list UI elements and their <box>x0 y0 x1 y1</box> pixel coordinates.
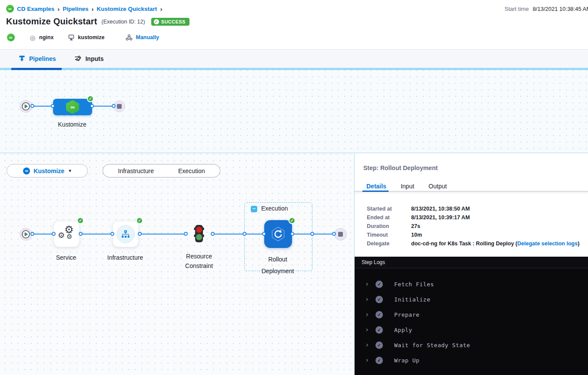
graph-edge <box>92 106 114 107</box>
graph-edge <box>139 234 186 234</box>
stage-selector-dropdown[interactable]: ∞ Kustomize ▾ <box>7 164 88 177</box>
step-details-list: Started at 8/13/2021, 10:38:50 AM Ended … <box>367 204 579 248</box>
breadcrumb-pipelines[interactable]: Pipelines <box>63 6 88 12</box>
trigger-manually-link[interactable]: Manually <box>136 34 159 40</box>
step-logs-panel: Step Logs › ✓ Fetch Files › ✓ Initialize… <box>355 257 588 375</box>
graph-edge <box>80 234 113 234</box>
step-label-service: Service <box>40 254 92 261</box>
chevron-down-icon: ▾ <box>69 168 71 174</box>
breadcrumb-cd-examples[interactable]: CD Examples <box>17 6 54 12</box>
title-row: Kustomize Quickstart (Execution ID: 12) … <box>6 17 189 27</box>
chevron-right-icon[interactable]: › <box>365 296 370 303</box>
view-toggle-infrastructure[interactable]: Infrastructure <box>118 167 154 174</box>
step-details-panel: Step: Rollout Deployment Details Input O… <box>354 153 588 375</box>
play-icon <box>22 230 30 238</box>
graph-edge <box>32 234 54 234</box>
tab-pipelines[interactable]: Pipelines <box>19 55 56 63</box>
detail-row-delegate: Delegate doc-cd-ng for K8s Task : Rollin… <box>367 239 579 248</box>
success-check-icon: ✓ <box>154 19 159 24</box>
step-node-service[interactable]: ⚙ ⚙ ⚙ <box>53 221 80 247</box>
execution-end-node[interactable] <box>334 228 347 241</box>
top-tabbar: Pipelines Inputs <box>0 49 588 68</box>
stage-selector-label: Kustomize <box>33 167 64 174</box>
tab-details[interactable]: Details <box>366 183 386 190</box>
edge-connector-dot <box>138 232 142 236</box>
pipeline-graph-canvas[interactable]: ∞ ✓ Kustomize <box>0 70 588 153</box>
edge-connector-dot <box>112 104 116 108</box>
rollout-refresh-icon <box>269 225 287 243</box>
tab-input[interactable]: Input <box>401 183 414 190</box>
breadcrumb-separator-icon: › <box>57 5 60 13</box>
view-toggle: Infrastructure Execution <box>103 164 220 177</box>
edge-connector-dot <box>332 232 336 236</box>
view-toggle-execution[interactable]: Execution <box>178 167 205 174</box>
tab-inputs-label: Inputs <box>85 55 103 62</box>
delegate-selection-logs-link[interactable]: Delegate selection logs <box>517 241 578 247</box>
page-title: Kustomize Quickstart <box>6 17 97 27</box>
step-success-badge: ✓ <box>77 217 84 224</box>
play-icon <box>22 102 30 110</box>
harness-cd-icon: ∞ <box>23 167 30 174</box>
collapse-group-button[interactable]: – <box>251 206 257 212</box>
log-section-prepare[interactable]: › ✓ Prepare <box>355 307 588 322</box>
edge-connector-dot <box>52 232 56 236</box>
stage-node-kustomize[interactable]: ∞ <box>53 99 92 115</box>
chevron-right-icon[interactable]: › <box>365 342 370 348</box>
detail-row-ended-at: Ended at 8/13/2021, 10:39:17 AM <box>367 213 579 222</box>
harness-cd-icon: ∞ <box>7 33 15 41</box>
edge-connector-dot <box>90 104 94 108</box>
breadcrumb: ∞ CD Examples › Pipelines › Kustomize Qu… <box>6 5 162 13</box>
pipeline-execution-page: ∞ CD Examples › Pipelines › Kustomize Qu… <box>0 0 588 375</box>
stage-success-badge: ✓ <box>87 95 94 102</box>
stage-ref-name: kustomize <box>78 34 104 40</box>
step-panel-title: Step: Rollout Deployment <box>363 164 438 171</box>
log-section-apply[interactable]: › ✓ Apply <box>355 322 588 338</box>
tab-active-indicator <box>362 191 389 192</box>
edge-connector-dot <box>310 232 314 236</box>
detail-row-started-at: Started at 8/13/2021, 10:38:50 AM <box>367 204 579 213</box>
log-success-icon: ✓ <box>375 326 383 334</box>
log-success-icon: ✓ <box>375 281 383 288</box>
harness-cd-icon: ∞ <box>6 5 14 13</box>
chevron-right-icon[interactable]: › <box>365 357 370 364</box>
graph-edge <box>32 106 53 107</box>
start-time-label: Start time <box>505 6 529 12</box>
log-section-fetch-files[interactable]: › ✓ Fetch Files <box>355 277 588 292</box>
tab-inputs[interactable]: Inputs <box>74 55 103 63</box>
edge-connector-dot <box>243 232 246 236</box>
start-time-value: 8/13/2021 10:38:45 AM <box>533 6 588 12</box>
chevron-right-icon[interactable]: › <box>365 281 370 288</box>
stop-icon <box>338 232 343 237</box>
chevron-right-icon[interactable]: › <box>365 311 370 318</box>
step-logs-rows: › ✓ Fetch Files › ✓ Initialize › ✓ Prepa… <box>355 268 588 368</box>
breadcrumb-kustomize-quickstart[interactable]: Kustomize Quickstart <box>97 6 157 12</box>
stage-execution-canvas[interactable]: ∞ Kustomize ▾ Infrastructure Execution –… <box>0 153 354 375</box>
edge-connector-dot <box>30 104 34 108</box>
edge-connector-dot <box>290 232 294 236</box>
step-node-resource-constraint[interactable] <box>194 224 204 244</box>
step-label-rollout-deployment: Rollout Deployment <box>254 254 302 277</box>
stage-node-label: Kustomize <box>46 121 98 128</box>
metadata-row: ∞ ◎ nginx kustomize Manually <box>7 33 159 41</box>
execution-group-label: Execution <box>261 205 288 212</box>
step-node-rollout-deployment[interactable] <box>264 220 292 248</box>
step-success-badge: ✓ <box>136 217 143 224</box>
breadcrumb-separator-icon: › <box>92 5 94 13</box>
chevron-right-icon[interactable]: › <box>365 327 370 333</box>
edge-connector-dot <box>262 232 266 236</box>
step-label-resource-constraint: Resource Constraint <box>179 251 219 271</box>
service-gears-icon: ⚙ ⚙ ⚙ <box>57 224 76 244</box>
log-section-wait-for-steady-state[interactable]: › ✓ Wait for Steady State <box>355 338 588 353</box>
tab-output[interactable]: Output <box>429 183 447 190</box>
inputs-icon <box>74 55 81 63</box>
log-success-icon: ✓ <box>375 342 383 349</box>
harness-cd-hexagon-icon: ∞ <box>66 100 79 114</box>
edge-connector-dot <box>51 104 55 108</box>
divider <box>355 191 588 192</box>
log-section-wrap-up[interactable]: › ✓ Wrap Up <box>355 353 588 368</box>
stop-icon <box>117 104 122 109</box>
log-section-initialize[interactable]: › ✓ Initialize <box>355 292 588 307</box>
step-node-infrastructure[interactable] <box>113 221 139 247</box>
edge-connector-dot <box>79 232 83 236</box>
page-header: ∞ CD Examples › Pipelines › Kustomize Qu… <box>0 0 588 49</box>
